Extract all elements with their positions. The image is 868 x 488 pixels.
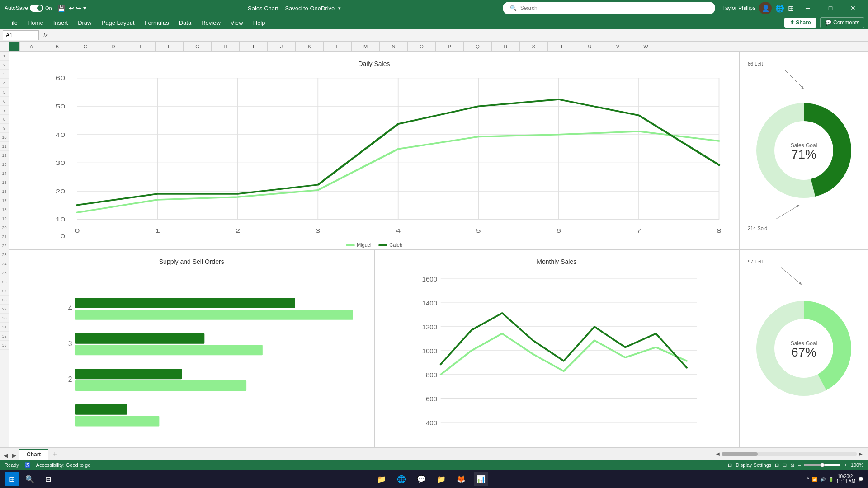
menu-data[interactable]: Data (175, 18, 196, 28)
menu-file[interactable]: File (4, 18, 22, 28)
taskbar-explorer[interactable]: 📁 (374, 472, 389, 486)
close-button[interactable]: ✕ (843, 0, 863, 16)
autosave-toggle[interactable] (30, 5, 43, 12)
col-header-Q[interactable]: Q (464, 42, 492, 51)
taskbar-teams[interactable]: 💬 (414, 472, 429, 486)
monthly-sales-chart[interactable]: Monthly Sales 1600 1400 1200 1000 800 60… (374, 249, 740, 447)
user-name: Taylor Phillips (722, 5, 755, 11)
network-tray-icon[interactable]: 📶 (812, 477, 817, 482)
col-header-O[interactable]: O (408, 42, 436, 51)
taskbar-files[interactable]: 📁 (434, 472, 448, 486)
taskbar-taskview[interactable]: ⊟ (41, 472, 55, 486)
comments-button[interactable]: 💬 Comments (820, 17, 864, 28)
view-break-icon[interactable]: ⊠ (790, 462, 794, 468)
col-header-S[interactable]: S (520, 42, 548, 51)
col-header-A[interactable]: A (20, 42, 43, 51)
daily-sales-svg: 60 50 40 30 20 10 0 0 1 2 3 4 5 6 7 8 (13, 67, 735, 238)
share-button[interactable]: ⬆ Share (784, 18, 816, 28)
col-header-N[interactable]: N (380, 42, 408, 51)
taskbar-browser[interactable]: 🦊 (454, 472, 468, 486)
svg-text:400: 400 (425, 419, 437, 427)
maximize-button[interactable]: □ (820, 0, 841, 16)
taskbar-excel[interactable]: 📊 (474, 472, 488, 486)
row-num-18: 18 (0, 205, 9, 214)
zoom-slider[interactable] (804, 464, 840, 466)
tab-nav-left[interactable]: ◀ (2, 451, 9, 460)
taskbar-search[interactable]: 🔍 (23, 472, 37, 486)
legend-miguel-label: Miguel (357, 242, 371, 248)
menu-home[interactable]: Home (23, 18, 48, 28)
row-num-28: 28 (0, 296, 9, 305)
menu-draw[interactable]: Draw (73, 18, 96, 28)
col-header-C[interactable]: C (71, 42, 99, 51)
col-header-L[interactable]: L (324, 42, 352, 51)
undo-icon[interactable]: ↩ (69, 5, 74, 12)
datetime-display[interactable]: 10/20/21 11:11 AM (836, 474, 855, 484)
col-header-H[interactable]: H (212, 42, 240, 51)
save-icon[interactable]: 💾 (57, 5, 65, 12)
col-header-G[interactable]: G (184, 42, 212, 51)
sound-tray-icon[interactable]: 🔊 (820, 477, 826, 482)
col-header-M[interactable]: M (352, 42, 380, 51)
scroll-left-icon[interactable]: ◀ (716, 451, 720, 456)
notification-icon[interactable]: 💬 (858, 477, 863, 482)
more-icon[interactable]: ▾ (83, 5, 86, 12)
horizontal-scrollbar[interactable] (722, 452, 857, 456)
settings-icon[interactable]: ⊞ (788, 4, 794, 13)
col-header-P[interactable]: P (436, 42, 464, 51)
fx-symbol: fx (41, 32, 51, 38)
search-input[interactable] (520, 5, 708, 11)
menu-pagelayout[interactable]: Page Layout (97, 18, 139, 28)
svg-line-30 (783, 68, 803, 88)
dropdown-icon[interactable]: ▾ (338, 5, 341, 11)
supply-sell-chart[interactable]: Supply and Sell Orders 4 3 2 (9, 249, 374, 447)
donut-chart-1[interactable]: 86 Left 214 Sold Sales Goal 71% (739, 52, 868, 249)
col-header-D[interactable]: D (99, 42, 127, 51)
battery-tray-icon[interactable]: 🔋 (828, 477, 834, 482)
view-normal-icon[interactable]: ⊞ (775, 462, 779, 468)
minimize-button[interactable]: ─ (797, 0, 818, 16)
legend-caleb: Caleb (378, 242, 402, 248)
tab-nav-right[interactable]: ▶ (10, 451, 18, 460)
scroll-thumb[interactable] (722, 452, 758, 456)
col-header-F[interactable]: F (156, 42, 184, 51)
sheet-tab-chart[interactable]: Chart (19, 449, 48, 460)
tray-expand[interactable]: ^ (807, 477, 809, 482)
cell-reference[interactable] (3, 30, 39, 40)
formula-input[interactable] (52, 32, 865, 38)
col-header-R[interactable]: R (492, 42, 520, 51)
donut-chart-2[interactable]: 97 Left Sales Goal 67% (739, 249, 868, 447)
menu-formulas[interactable]: Formulas (140, 18, 174, 28)
svg-text:2: 2 (235, 227, 240, 234)
redo-icon[interactable]: ↪ (76, 5, 81, 12)
col-header-J[interactable]: J (268, 42, 296, 51)
col-header-E[interactable]: E (127, 42, 156, 51)
avatar[interactable]: 👤 (759, 2, 772, 14)
display-settings-label[interactable]: Display Settings (736, 462, 771, 468)
menu-insert[interactable]: Insert (49, 18, 73, 28)
row-num-25: 25 (0, 268, 9, 277)
zoom-increase[interactable]: + (844, 462, 847, 468)
col-header-W[interactable]: W (632, 42, 660, 51)
col-header-V[interactable]: V (604, 42, 632, 51)
col-header-I[interactable]: I (240, 42, 268, 51)
search-bar[interactable]: 🔍 (503, 2, 715, 14)
menu-view[interactable]: View (226, 18, 248, 28)
menu-help[interactable]: Help (249, 18, 270, 28)
charts-grid: Daily Sales 60 50 (9, 52, 868, 447)
formula-bar: fx (0, 29, 868, 42)
windows-start-button[interactable]: ⊞ (5, 472, 19, 486)
col-header-T[interactable]: T (548, 42, 576, 51)
zoom-knob[interactable] (820, 463, 825, 467)
col-header-K[interactable]: K (296, 42, 324, 51)
scroll-right-icon[interactable]: ▶ (859, 451, 863, 456)
row-num-7: 7 (0, 106, 9, 115)
view-page-icon[interactable]: ⊟ (783, 462, 787, 468)
daily-sales-chart[interactable]: Daily Sales 60 50 (9, 52, 739, 249)
add-sheet-button[interactable]: + (49, 449, 60, 460)
taskbar-edge[interactable]: 🌐 (394, 472, 409, 486)
col-header-B[interactable]: B (43, 42, 71, 51)
col-header-U[interactable]: U (576, 42, 604, 51)
zoom-decrease[interactable]: – (798, 462, 801, 468)
menu-review[interactable]: Review (197, 18, 225, 28)
